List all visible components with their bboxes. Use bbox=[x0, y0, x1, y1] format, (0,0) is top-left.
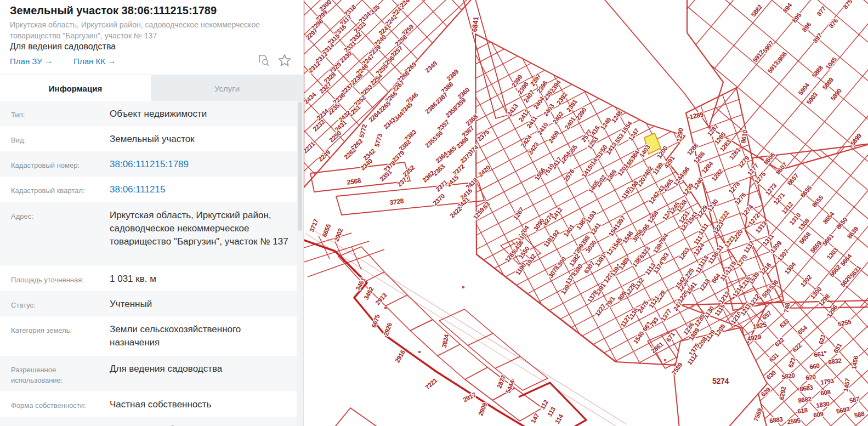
parcel-number-label[interactable]: 2390 bbox=[575, 106, 588, 121]
parcel-number-label[interactable]: 8657 bbox=[786, 172, 800, 186]
cadastral-block-link[interactable]: 38:06:111215 bbox=[110, 183, 292, 196]
parcel-number-label[interactable]: 1303 bbox=[826, 246, 839, 260]
parcel-number-label[interactable]: 1267 bbox=[512, 206, 525, 221]
parcel-number-label[interactable]: 1381 bbox=[594, 253, 607, 268]
parcel-number-label[interactable]: 2318 bbox=[343, 3, 358, 18]
parcel-number-label[interactable]: 5773 bbox=[373, 133, 383, 148]
parcel-number-label[interactable]: 5662 bbox=[829, 264, 842, 278]
parcel-number-label[interactable]: 2351 bbox=[378, 168, 393, 183]
parcel-number-label[interactable]: 2576 bbox=[563, 168, 576, 183]
plan-zu-link[interactable]: План ЗУ → bbox=[10, 56, 53, 66]
parcel-number-label[interactable]: 1248 bbox=[610, 109, 623, 124]
parcel-number-label[interactable]: 6883 bbox=[769, 416, 784, 424]
parcel-number-label[interactable]: 5693 bbox=[836, 406, 850, 415]
parcel-number-label[interactable]: 1397 bbox=[614, 214, 627, 229]
parcel-number-label[interactable]: 2410 bbox=[536, 121, 549, 136]
parcel-number-label[interactable]: 8683 bbox=[799, 384, 814, 392]
parcel-number-label[interactable]: 114 bbox=[554, 413, 565, 425]
parcel-number-label[interactable]: 2595 bbox=[787, 417, 802, 425]
parcel-number-label[interactable]: 2913 bbox=[374, 292, 388, 306]
parcel-number-label[interactable]: 1216 bbox=[759, 262, 773, 276]
parcel-number-label[interactable]: 5664 bbox=[839, 253, 853, 268]
parcel-number-label[interactable]: 623 bbox=[787, 357, 797, 368]
parcel-number-label[interactable]: 2249 bbox=[317, 149, 331, 162]
parcel-number-label[interactable]: 1304 bbox=[784, 261, 797, 276]
parcel-number-label[interactable]: 630 bbox=[765, 369, 778, 380]
parcel-number-label[interactable]: 3728 bbox=[389, 197, 405, 206]
parcel-number-label[interactable]: 2434 bbox=[304, 91, 317, 105]
parcel-number-label[interactable]: 5820 bbox=[781, 372, 796, 380]
parcel-number-label[interactable]: 6675 bbox=[371, 313, 381, 328]
parcel-number-label[interactable]: 3824 bbox=[441, 333, 450, 348]
parcel-number-label[interactable]: 1386 bbox=[605, 168, 618, 183]
parcel-number-label[interactable]: 2409 bbox=[547, 129, 560, 144]
parcel-number-label[interactable]: 2367 bbox=[461, 124, 475, 138]
parcel-number-label[interactable]: 5889 bbox=[821, 76, 835, 91]
parcel-number-label[interactable]: 1249 bbox=[599, 116, 612, 131]
parcel-number-label[interactable]: 2387 bbox=[434, 91, 449, 105]
parcel-number-label[interactable]: 1199 bbox=[651, 162, 664, 176]
parcel-number-label[interactable]: 2861 bbox=[650, 340, 665, 354]
parcel-number-label[interactable]: 1276 bbox=[734, 191, 747, 206]
parcel-number-label[interactable]: 2926 bbox=[383, 322, 393, 337]
parcel-number-label[interactable]: 587 bbox=[849, 395, 860, 404]
parcel-number-label[interactable]: 8682 bbox=[798, 395, 812, 404]
parcel-number-label[interactable]: 1193 bbox=[585, 210, 597, 224]
scrollbar-thumb[interactable] bbox=[298, 102, 302, 231]
parcel-number-label[interactable]: 1111 bbox=[697, 221, 710, 236]
parcel-number-label[interactable]: 2233 bbox=[311, 118, 326, 132]
parcel-number-label[interactable]: 1456 bbox=[850, 355, 859, 370]
map-viewport[interactable]: 2300231823352243224422992317233422422259… bbox=[303, 0, 868, 426]
zoom-to-object-icon[interactable] bbox=[257, 54, 270, 67]
parcel-number-label[interactable]: 588 bbox=[854, 410, 865, 419]
parcel-number-label[interactable]: 5658 bbox=[798, 231, 812, 246]
parcel-number-label[interactable]: 1290 bbox=[675, 127, 685, 143]
parcel-number-label[interactable]: 1241 bbox=[589, 221, 602, 237]
parcel-number-label[interactable]: 875 bbox=[842, 0, 853, 10]
parcel-number-label[interactable]: 5274 bbox=[712, 377, 729, 385]
parcel-number-label[interactable]: 896 bbox=[801, 21, 812, 33]
parcel-number-label[interactable]: 3717 bbox=[308, 218, 319, 233]
parcel-number-label[interactable]: 1203 bbox=[678, 246, 691, 261]
parcel-number-label[interactable]: 7569 bbox=[752, 407, 763, 422]
parcel-number-label[interactable]: 1270 bbox=[735, 253, 748, 268]
parcel-number-label[interactable]: 79/4 bbox=[657, 232, 670, 246]
parcel-number-label[interactable]: 6832 bbox=[828, 357, 842, 365]
plan-kk-link[interactable]: План КК → bbox=[73, 56, 116, 66]
parcel-number-label[interactable]: 621 bbox=[818, 333, 827, 345]
parcel-number-label[interactable]: 2902 bbox=[333, 228, 344, 242]
parcel-number-label[interactable]: 2403 bbox=[542, 103, 555, 117]
parcel-number-label[interactable]: 5890 bbox=[830, 87, 843, 102]
parcel-number-label[interactable]: 1273 bbox=[764, 182, 778, 196]
parcel-number-label[interactable]: 876 bbox=[827, 18, 839, 30]
parcel-number-label[interactable]: 2371 bbox=[434, 179, 449, 193]
parcel-number-label[interactable]: 2415 bbox=[445, 174, 460, 188]
parcel-number-label[interactable]: 1401 bbox=[563, 223, 576, 238]
parcel-number-label[interactable]: 5255 bbox=[837, 318, 852, 327]
parcel-number-label[interactable]: 2389 bbox=[445, 68, 459, 82]
parcel-number-label[interactable]: 6841 bbox=[470, 16, 480, 32]
parcel-number-label[interactable]: 79/1 bbox=[604, 295, 616, 309]
parcel-number-label[interactable]: 1296 bbox=[826, 304, 839, 319]
parcel-number-label[interactable]: 4291 bbox=[663, 155, 676, 170]
parcel-number-label[interactable]: 1219 bbox=[724, 260, 737, 275]
parcel-number-label[interactable]: 2340 bbox=[359, 157, 373, 171]
parcel-number-label[interactable]: 618 bbox=[797, 407, 809, 415]
parcel-number-label[interactable]: 2917 bbox=[462, 391, 477, 403]
parcel-number-label[interactable]: 1045 bbox=[825, 56, 838, 71]
parcel-number-label[interactable]: 2413 bbox=[506, 103, 519, 117]
parcel-number-label[interactable]: 5661 bbox=[821, 232, 835, 247]
parcel-number-label[interactable]: 1298 bbox=[818, 293, 831, 308]
parcel-number-label[interactable]: 2349 bbox=[424, 60, 438, 73]
parcel-number-label[interactable]: 2368 bbox=[464, 113, 479, 127]
parcel-number-label[interactable]: 2328 bbox=[322, 71, 337, 85]
parcel-number-label[interactable]: 8655 bbox=[811, 194, 825, 209]
parcel-number-label[interactable]: 1302 bbox=[799, 274, 813, 288]
parcel-number-label[interactable]: 660 bbox=[809, 362, 820, 370]
parcel-number-label[interactable]: 894 bbox=[781, 2, 793, 14]
parcel-number-label[interactable]: 631 bbox=[768, 351, 780, 363]
parcel-number-label[interactable]: 1312 bbox=[781, 201, 795, 215]
parcel-number-label[interactable]: 536 bbox=[768, 279, 779, 291]
tab-services[interactable]: Услуги bbox=[151, 75, 303, 101]
parcel-number-label[interactable]: 1119 bbox=[713, 303, 726, 317]
